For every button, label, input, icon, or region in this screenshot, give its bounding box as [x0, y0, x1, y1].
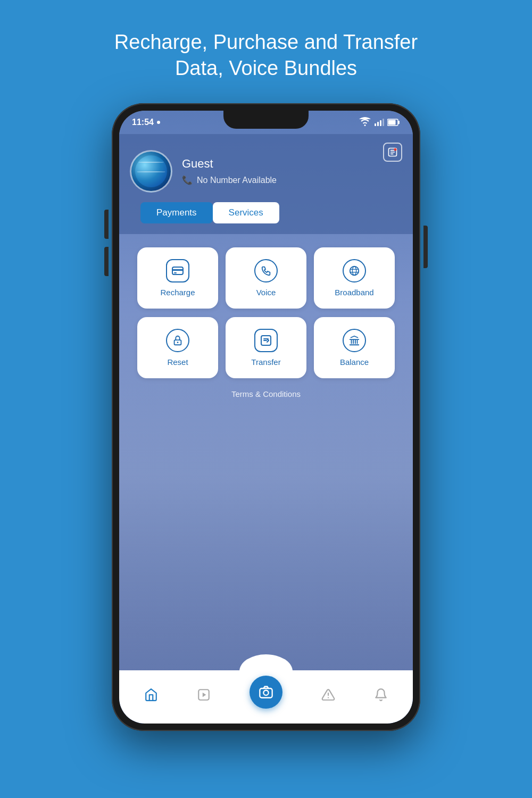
svg-point-5 — [394, 148, 397, 151]
voice-label: Voice — [256, 288, 276, 297]
app-content: Guest 📞 No Number Available Payments Ser… — [119, 134, 413, 724]
play-icon — [197, 688, 211, 702]
broadband-label: Broadband — [335, 288, 373, 297]
home-icon — [144, 688, 158, 702]
nav-notifications[interactable] — [374, 688, 388, 702]
terms-conditions[interactable]: Terms & Conditions — [129, 389, 403, 398]
balance-button[interactable]: Balance — [314, 317, 395, 378]
svg-point-19 — [263, 690, 268, 695]
wifi-icon — [359, 116, 371, 129]
transfer-icon — [254, 329, 278, 352]
balance-label: Balance — [340, 358, 369, 367]
phone-icon — [254, 259, 278, 282]
transfer-label: Transfer — [251, 358, 280, 367]
reset-button[interactable]: Reset — [137, 317, 218, 378]
recharge-label: Recharge — [160, 288, 195, 297]
grid-row-2: Reset Transfer — [129, 317, 403, 378]
nav-media[interactable] — [197, 688, 211, 702]
phone-mockup: 11:54 — [112, 103, 420, 731]
svg-point-9 — [350, 267, 359, 276]
user-phone: 📞 No Number Available — [182, 175, 277, 185]
phone-notch — [223, 111, 309, 129]
volume-up-button — [104, 210, 109, 239]
svg-rect-3 — [398, 121, 400, 124]
nav-alerts[interactable] — [321, 688, 335, 702]
header-area: Guest 📞 No Number Available Payments Ser… — [119, 134, 413, 234]
notification-button[interactable] — [383, 143, 402, 162]
reset-label: Reset — [167, 358, 188, 367]
svg-rect-2 — [388, 120, 396, 124]
nav-fab-camera[interactable] — [250, 676, 282, 709]
svg-rect-7 — [172, 269, 183, 271]
user-details: Guest 📞 No Number Available — [182, 157, 277, 185]
camera-icon — [259, 685, 273, 700]
tab-services[interactable]: Services — [213, 202, 279, 223]
avatar — [130, 150, 172, 193]
page-title: Recharge, Purchase and Transfer Data, Vo… — [61, 29, 471, 82]
card-icon — [166, 259, 189, 282]
svg-point-0 — [364, 124, 366, 126]
voice-button[interactable]: Voice — [226, 247, 306, 309]
volume-down-button — [104, 247, 109, 276]
bell-icon — [374, 688, 388, 702]
lock-icon — [166, 329, 189, 352]
battery-icon — [387, 116, 400, 129]
transfer-button[interactable]: Transfer — [226, 317, 306, 378]
tab-payments[interactable]: Payments — [140, 202, 213, 223]
svg-rect-8 — [174, 272, 177, 273]
power-button — [423, 226, 428, 268]
status-time: 11:54 — [132, 118, 160, 127]
status-dot — [157, 121, 160, 124]
broadband-button[interactable]: Broadband — [314, 247, 395, 309]
nav-home[interactable] — [144, 688, 158, 702]
user-info: Guest 📞 No Number Available — [130, 150, 402, 193]
recharge-button[interactable]: Recharge — [137, 247, 218, 309]
globe-icon — [343, 259, 366, 282]
user-name: Guest — [182, 157, 277, 171]
warning-icon — [321, 688, 335, 702]
tab-row: Payments Services — [140, 202, 392, 223]
status-icons — [359, 116, 400, 129]
main-area: Recharge Voice — [119, 234, 413, 724]
svg-marker-17 — [203, 692, 206, 697]
signal-icon — [375, 119, 384, 126]
svg-point-10 — [352, 267, 356, 276]
svg-point-14 — [177, 342, 179, 343]
nav-items — [119, 676, 413, 714]
grid-row-1: Recharge Voice — [129, 247, 403, 309]
bottom-nav — [119, 670, 413, 724]
bank-icon — [343, 329, 366, 352]
phone-icon-small: 📞 — [182, 175, 193, 185]
